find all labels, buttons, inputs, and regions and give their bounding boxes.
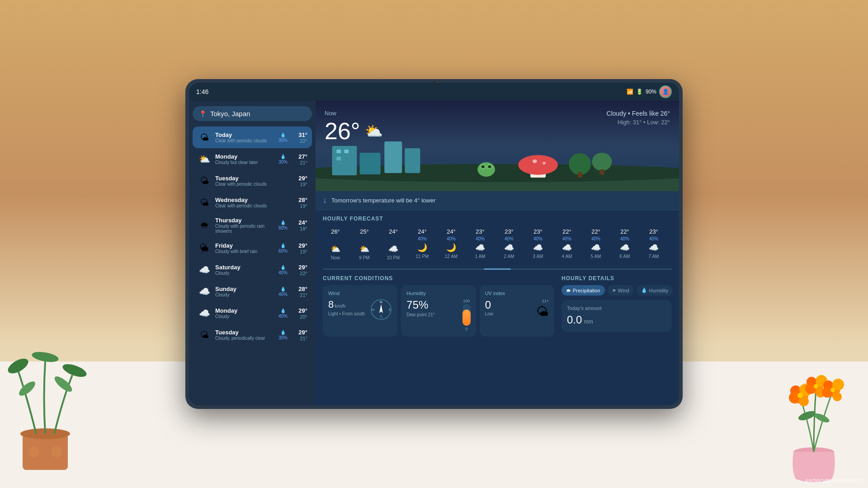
plant-left-decoration — [0, 307, 90, 488]
humidity-fill-bar — [462, 310, 471, 326]
location-search[interactable]: 📍 Tokyo, Japan — [193, 106, 312, 121]
svg-point-49 — [814, 384, 818, 389]
precip-val: 60% — [278, 225, 288, 230]
hourly-item[interactable]: 22° 40% ☁️ 4 AM — [554, 225, 580, 263]
hourly-item[interactable]: 26° ⛅ Now — [323, 225, 348, 263]
uv-value: 0 — [485, 299, 491, 311]
h-icon: ☁️ — [533, 243, 543, 253]
h-time: 2 AM — [504, 254, 514, 259]
h-icon: ☁️ — [591, 243, 601, 253]
humidity-max: 100 — [463, 299, 470, 303]
user-avatar[interactable]: 👤 — [659, 85, 672, 98]
svg-text:N: N — [380, 300, 382, 304]
precip-val: 40% — [278, 292, 288, 297]
day-item[interactable]: 🌤 Wednesday Clear with periodic clouds 2… — [193, 192, 312, 213]
hero-section: Now 26° ⛅ Cloudy • Feels like 26° High: … — [316, 101, 679, 191]
h-precip: 40% — [447, 236, 456, 241]
hourly-item[interactable]: 23° 40% ☁️ 1 AM — [467, 225, 493, 263]
uv-card-title: UV index — [485, 291, 549, 296]
h-time: 1 AM — [475, 254, 486, 259]
wind-speed: 8 — [328, 299, 334, 310]
day-desc: Clear with periodic clouds — [215, 138, 275, 143]
conditions-title: Current conditions — [323, 275, 554, 282]
wind-compass-svg: N S W E — [370, 299, 392, 320]
svg-point-20 — [533, 160, 537, 163]
status-bar: 1:46 📶 🔋 90% 👤 — [189, 83, 679, 101]
tab-wind[interactable]: ➤ Wind — [608, 285, 634, 296]
day-item[interactable]: ⛅ Monday Cloudy but clear later 💧 30% 27… — [193, 148, 312, 170]
temp-low: 19° — [291, 249, 307, 254]
h-icon: ☁️ — [504, 243, 514, 253]
hourly-item[interactable]: 23° 40% ☁️ 3 AM — [525, 225, 551, 263]
hourly-item[interactable]: 24° 40% 🌙 12 AM — [439, 225, 464, 263]
location-text: Tokyo, Japan — [210, 110, 250, 117]
humidity-card-title: Humidity — [406, 291, 470, 296]
hourly-item[interactable]: 24° ☁️ 10 PM — [381, 225, 406, 263]
scroll-indicator — [323, 268, 672, 270]
hourly-item[interactable]: 24° 40% 🌙 11 PM — [410, 225, 435, 263]
hero-feels-section: Cloudy • Feels like 26° High: 31° • Low:… — [607, 110, 670, 126]
status-right: 📶 🔋 90% 👤 — [627, 85, 672, 98]
wind-card-title: Wind — [328, 291, 392, 296]
day-info: Monday Cloudy — [215, 307, 275, 319]
uv-extra: 11+ — [536, 299, 549, 303]
svg-point-27 — [569, 153, 591, 175]
temp-high: 31° — [291, 131, 307, 138]
svg-point-2 — [28, 446, 39, 457]
day-temps: 28° 19° — [291, 197, 307, 209]
h-precip: 40% — [418, 236, 427, 241]
h-temp: 23° — [505, 228, 514, 235]
day-item[interactable]: ☁️ Sunday Cloudy 💧 40% 28° 21° — [193, 281, 312, 302]
temp-high: 24° — [291, 219, 307, 226]
day-name: Saturday — [215, 264, 275, 271]
hourly-item[interactable]: 24° 40% ☁️ 8 AM — [670, 225, 672, 263]
day-weather-icon: 🌤 — [197, 328, 212, 342]
tab-humidity[interactable]: 💧 Humidity — [637, 285, 673, 296]
hourly-scroll[interactable]: 26° ⛅ Now 25° ⛅ 9 PM 24° ☁️ 10 PM 24° 40… — [323, 225, 672, 263]
h-temp: 24° — [418, 228, 427, 235]
day-info: Wednesday Clear with periodic clouds — [215, 197, 271, 208]
hourly-item[interactable]: 23° 40% ☁️ 2 AM — [496, 225, 522, 263]
day-item[interactable]: 🌤 Tuesday Cloudy, periodically clear 💧 3… — [193, 324, 312, 346]
h-precip: 40% — [476, 236, 485, 241]
temp-low: 21° — [291, 336, 307, 341]
temp-high: 29° — [291, 175, 307, 182]
uv-icon: 🌤 — [536, 304, 549, 319]
hourly-item[interactable]: 23° 40% ☁️ 7 AM — [641, 225, 666, 263]
weather-icon-hero: ⛅ — [365, 122, 383, 140]
precip-amount: 0.0 — [567, 314, 582, 326]
day-desc: Clear with periodic clouds — [215, 182, 271, 187]
h-icon: ☁️ — [620, 243, 630, 253]
precip-val: 30% — [278, 160, 288, 164]
humidity-value: 75% — [406, 299, 428, 311]
h-time: 11 PM — [416, 254, 429, 259]
h-precip: 40% — [649, 236, 658, 241]
day-weather-icon: 🌦 — [197, 241, 212, 255]
day-temps: 28° 21° — [291, 286, 307, 298]
h-time: 9 PM — [359, 255, 369, 260]
h-temp: 23° — [476, 228, 485, 235]
day-item[interactable]: 🌤 Tuesday Clear with periodic clouds 29°… — [193, 170, 312, 192]
temp-high: 28° — [291, 286, 307, 292]
hourly-item[interactable]: 25° ⛅ 9 PM — [352, 225, 377, 263]
day-info: Tuesday Cloudy, periodically clear — [215, 329, 275, 341]
day-temps: 29° 19° — [291, 242, 307, 254]
h-time: 7 AM — [649, 254, 659, 259]
day-item[interactable]: 🌤 Today Clear with periodic clouds 💧 30%… — [193, 127, 312, 148]
left-panel: 📍 Tokyo, Japan 🌤 Today Clear with period… — [189, 101, 316, 405]
hourly-item[interactable]: 22° 40% ☁️ 5 AM — [583, 225, 609, 263]
day-weather-icon: 🌤 — [197, 174, 212, 188]
day-item[interactable]: 🌧 Thursday Cloudy with periodic rain sho… — [193, 213, 312, 237]
humidity-card: Humidity 75% Dew point 21° — [401, 285, 476, 337]
h-temp: 22° — [620, 228, 629, 235]
day-item[interactable]: 🌦 Friday Cloudy with brief rain 💧 60% 29… — [193, 237, 312, 259]
device-screen: 1:46 📶 🔋 90% 👤 📍 Tokyo, Japan — [189, 83, 679, 405]
day-name: Monday — [215, 307, 275, 314]
battery-icon: 🔋 — [636, 89, 643, 95]
day-item[interactable]: ☁️ Saturday Cloudy 💧 40% 29° 22° — [193, 259, 312, 281]
h-icon: 🌙 — [417, 243, 427, 253]
day-item[interactable]: ☁️ Monday Cloudy 💧 40% 29° 20° — [193, 302, 312, 324]
tab-precipitation[interactable]: 🌧 Precipitation — [561, 285, 605, 296]
day-desc: Cloudy — [215, 271, 275, 276]
hourly-item[interactable]: 22° 40% ☁️ 6 AM — [612, 225, 637, 263]
